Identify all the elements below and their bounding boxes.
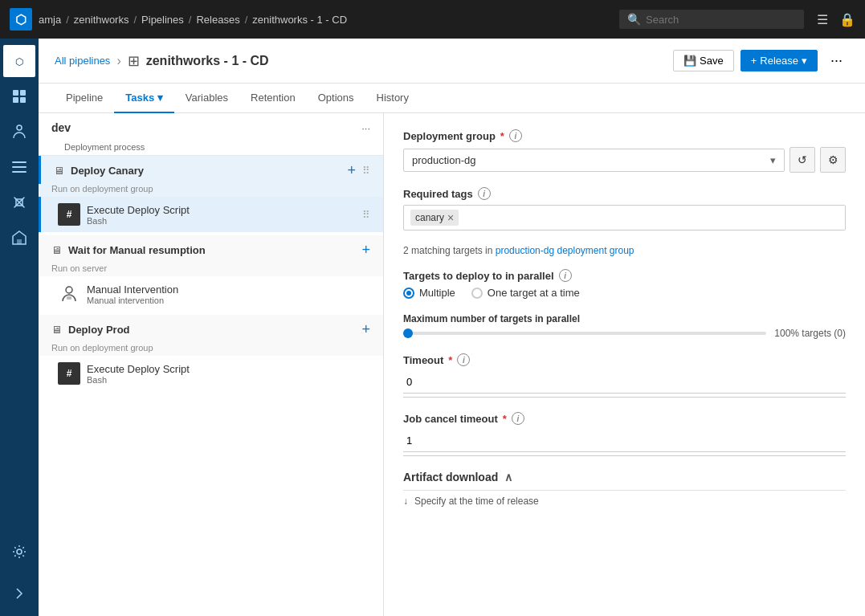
- lock-icon[interactable]: 🔒: [839, 12, 855, 27]
- svg-point-11: [17, 549, 22, 554]
- task-info-2: Execute Deploy Script Bash: [87, 363, 370, 385]
- radio-multiple[interactable]: Multiple: [403, 287, 455, 299]
- task-name-2: Execute Deploy Script: [87, 363, 370, 375]
- release-button[interactable]: + Release ▾: [741, 50, 818, 71]
- radio-one-target[interactable]: One target at a time: [471, 287, 580, 299]
- tag-canary: canary ×: [410, 210, 459, 226]
- task-sub-1: Bash: [87, 216, 356, 226]
- sidebar-item-repos[interactable]: [3, 116, 35, 148]
- deployment-group-info-icon[interactable]: i: [509, 129, 522, 142]
- artifact-row: ↓ Specify at the time of release: [403, 490, 846, 512]
- chevron-down-icon: ▾: [770, 154, 776, 166]
- stage-dev-more[interactable]: ···: [361, 122, 370, 134]
- stage-dev: dev ··· Deployment process: [39, 113, 383, 156]
- max-targets-slider-wrap: Maximum number of targets in parallel 10…: [403, 313, 846, 339]
- save-disk-icon: 💾: [683, 55, 696, 67]
- group-wait-manual-sub: Run on server: [39, 263, 383, 276]
- max-targets-slider[interactable]: [403, 332, 766, 335]
- group-deploy-prod-sub: Run on deployment group: [39, 343, 383, 356]
- targets-parallel-info-icon[interactable]: i: [559, 269, 572, 282]
- more-button[interactable]: ···: [824, 48, 849, 73]
- task-name-1: Execute Deploy Script: [87, 204, 356, 216]
- settings-button[interactable]: ⚙: [820, 147, 846, 173]
- search-input[interactable]: [646, 14, 796, 26]
- required-asterisk-2: *: [448, 354, 452, 366]
- deployment-group-dropdown-wrap: production-dg ▾ ↺ ⚙: [403, 147, 846, 173]
- required-tags-field: Required tags i canary ×: [403, 187, 846, 230]
- right-panel: Deployment group * i production-dg ▾ ↺ ⚙: [384, 113, 865, 616]
- sidebar-item-home[interactable]: ⬡: [3, 45, 35, 77]
- server-icon: 🖥: [51, 244, 62, 256]
- breadcrumb-releases[interactable]: Releases: [196, 14, 239, 26]
- required-asterisk-3: *: [503, 413, 507, 425]
- breadcrumb: amja / zenithworks / Pipelines / Release…: [39, 14, 613, 26]
- matching-targets-link[interactable]: production-dg deployment group: [496, 245, 634, 256]
- required-tags-info-icon[interactable]: i: [478, 187, 491, 200]
- task-drag-1[interactable]: ⠿: [362, 209, 370, 221]
- tab-retention[interactable]: Retention: [239, 84, 307, 113]
- group-deploy-canary-drag[interactable]: ⠿: [362, 165, 370, 177]
- slider-thumb[interactable]: [403, 328, 413, 338]
- sidebar-item-overview[interactable]: [3, 80, 35, 112]
- tab-pipeline[interactable]: Pipeline: [55, 84, 114, 113]
- task-manual-intervention[interactable]: Manual Intervention Manual intervention: [39, 276, 383, 312]
- task-execute-deploy-script-1[interactable]: # Execute Deploy Script Bash ⠿: [39, 197, 383, 232]
- sidebar-item-expand[interactable]: [3, 577, 35, 610]
- job-cancel-timeout-field: Job cancel timeout * i: [403, 412, 846, 456]
- sidebar-item-settings[interactable]: [3, 536, 35, 568]
- breadcrumb-pipelines[interactable]: Pipelines: [141, 14, 184, 26]
- breadcrumb-amja[interactable]: amja: [39, 14, 61, 26]
- timeout-field: Timeout * i: [403, 353, 846, 398]
- timeout-input-wrap: [403, 371, 846, 398]
- sidebar-item-testplans[interactable]: [3, 186, 35, 218]
- group-deploy-prod-add[interactable]: +: [361, 321, 370, 338]
- left-panel: dev ··· Deployment process 🖥 Deploy Cana…: [39, 113, 384, 616]
- tab-variables[interactable]: Variables: [174, 84, 239, 113]
- sidebar-item-artifacts[interactable]: [3, 222, 35, 254]
- deployment-group-dropdown[interactable]: production-dg ▾: [403, 149, 785, 172]
- artifact-download-header[interactable]: Artifact download ∧: [403, 471, 846, 483]
- tab-tasks[interactable]: Tasks ▾: [114, 84, 174, 113]
- save-button[interactable]: 💾 Save: [673, 50, 734, 71]
- all-pipelines-link[interactable]: All pipelines: [55, 55, 110, 67]
- job-cancel-timeout-input[interactable]: [403, 430, 846, 452]
- job-cancel-timeout-label: Job cancel timeout * i: [403, 412, 846, 425]
- targets-parallel-label: Targets to deploy to in parallel i: [403, 269, 846, 282]
- app-logo[interactable]: ⬡: [10, 8, 32, 31]
- manual-intervention-icon: [58, 283, 80, 305]
- group-wait-manual: 🖥 Wait for Manual resumption +: [39, 235, 383, 263]
- svg-point-12: [66, 287, 72, 293]
- header-actions: 💾 Save + Release ▾ ···: [673, 48, 849, 73]
- task-sub-2: Bash: [87, 375, 370, 385]
- group-wait-manual-add[interactable]: +: [361, 242, 370, 259]
- tag-canary-remove[interactable]: ×: [447, 211, 454, 224]
- max-targets-label: Maximum number of targets in parallel: [403, 313, 846, 324]
- artifact-down-arrow-icon: ↓: [403, 496, 408, 507]
- breadcrumb-zenithworks[interactable]: zenithworks: [74, 14, 129, 26]
- breadcrumb-sep-4: /: [245, 14, 248, 26]
- task-execute-deploy-script-2[interactable]: # Execute Deploy Script Bash: [39, 356, 383, 391]
- radio-one-target-label: One target at a time: [488, 287, 580, 299]
- required-asterisk-1: *: [500, 130, 504, 142]
- breadcrumb-sep-1: /: [66, 14, 69, 26]
- list-icon[interactable]: ☰: [817, 12, 828, 27]
- refresh-button[interactable]: ↺: [790, 147, 815, 173]
- pipeline-icon: ⊞: [128, 52, 140, 70]
- tab-history[interactable]: History: [365, 84, 420, 113]
- top-bar: ⬡ amja / zenithworks / Pipelines / Relea…: [0, 0, 865, 39]
- group-deploy-canary-add[interactable]: +: [347, 162, 356, 179]
- group-wait-manual-name[interactable]: Wait for Manual resumption: [68, 244, 355, 256]
- timeout-input[interactable]: [403, 371, 846, 394]
- group-deploy-canary-name[interactable]: Deploy Canary: [71, 165, 341, 177]
- svg-text:⬡: ⬡: [15, 56, 23, 67]
- tag-input[interactable]: canary ×: [403, 205, 846, 230]
- nav-tabs: Pipeline Tasks ▾ Variables Retention Opt…: [39, 84, 865, 113]
- svg-rect-5: [20, 90, 26, 96]
- group-deploy-prod-name[interactable]: Deploy Prod: [68, 324, 355, 336]
- tab-options[interactable]: Options: [307, 84, 365, 113]
- parallel-radio-group: Multiple One target at a time: [403, 287, 846, 299]
- sidebar-item-pipelines[interactable]: [3, 151, 35, 183]
- sidebar-icons: ⬡: [0, 39, 39, 616]
- job-cancel-timeout-info-icon[interactable]: i: [512, 412, 524, 425]
- timeout-info-icon[interactable]: i: [457, 353, 470, 366]
